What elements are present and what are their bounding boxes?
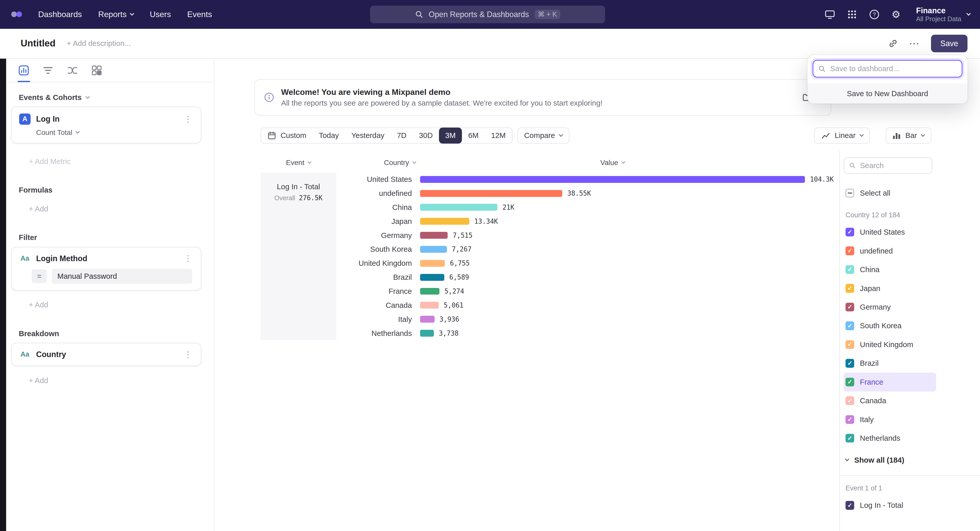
filter-card[interactable]: Aa Login Method ⋮ = Manual Password (11, 247, 201, 291)
column-header-value[interactable]: Value (420, 159, 805, 167)
bar-italy[interactable] (420, 316, 434, 323)
legend-item-italy[interactable]: ✓Italy (844, 410, 936, 429)
country-checkbox[interactable]: ✓ (845, 434, 854, 442)
legend-item-united-states[interactable]: ✓United States (844, 223, 936, 241)
breakdown-property-name[interactable]: Country (36, 350, 66, 359)
column-header-country[interactable]: Country (339, 159, 416, 167)
chart-type-button[interactable]: Bar (886, 127, 931, 144)
legend-item-south-korea[interactable]: ✓South Korea (844, 317, 936, 335)
kebab-menu-icon[interactable]: ⋮ (181, 350, 194, 359)
country-checkbox[interactable]: ✓ (845, 396, 854, 405)
bar-china[interactable] (420, 204, 498, 211)
breakdown-card[interactable]: Aa Country ⋮ (11, 343, 201, 366)
select-all-row[interactable]: Select all (845, 189, 980, 197)
more-options-icon[interactable]: ⋯ (909, 38, 920, 48)
tab-flows-icon[interactable] (66, 62, 79, 79)
legend-item-brazil[interactable]: ✓Brazil (844, 354, 936, 372)
add-breakdown-button[interactable]: + Add (29, 376, 214, 385)
legend-item-germany[interactable]: ✓Germany (844, 298, 936, 316)
tab-retention-icon[interactable] (91, 62, 103, 79)
bar-south-korea[interactable] (420, 246, 447, 253)
settings-gear-icon[interactable]: ⚙ (891, 10, 900, 19)
data-management-icon[interactable] (824, 10, 835, 19)
help-icon[interactable]: ? (869, 9, 880, 20)
legend-item-canada[interactable]: ✓Canada (844, 392, 936, 410)
country-checkbox[interactable]: ✓ (845, 265, 854, 274)
metric-event-name[interactable]: Log In (36, 114, 60, 124)
save-to-new-dashboard-item[interactable]: Save to New Dashboard (808, 84, 967, 103)
report-title[interactable]: Untitled (21, 38, 56, 49)
range-button-7d[interactable]: 7D (391, 127, 413, 144)
country-checkbox[interactable]: ✓ (845, 378, 854, 387)
filter-operator[interactable]: = (32, 269, 47, 283)
range-button-custom[interactable]: Custom (261, 127, 313, 144)
formulas-section-label: Formulas (19, 185, 52, 194)
nav-item-dashboards[interactable]: Dashboards (38, 10, 82, 19)
event-legend-checkbox[interactable]: ✓ (845, 501, 854, 510)
filter-property-name[interactable]: Login Method (36, 254, 88, 263)
country-checkbox[interactable]: ✓ (845, 284, 854, 293)
range-button-6m[interactable]: 6M (462, 127, 485, 144)
add-filter-button[interactable]: + Add (29, 300, 214, 309)
legend-item-log-in-total[interactable]: ✓ Log In - Total (844, 496, 936, 515)
bar-france[interactable] (420, 288, 439, 295)
legend-item-japan[interactable]: ✓Japan (844, 279, 936, 298)
legend-item-china[interactable]: ✓China (844, 260, 936, 279)
bar-germany[interactable] (420, 232, 448, 239)
add-metric-button[interactable]: + Add Metric (29, 157, 214, 166)
legend-item-france[interactable]: ✓France (844, 372, 936, 391)
select-all-checkbox[interactable] (845, 189, 854, 197)
nav-item-events[interactable]: Events (187, 10, 212, 19)
dashboard-search-input[interactable] (830, 64, 957, 73)
bar-value-label: 13.34K (474, 217, 498, 225)
mixpanel-logo[interactable] (11, 11, 22, 17)
range-button-today[interactable]: Today (313, 127, 345, 144)
bar-undefined[interactable] (420, 190, 563, 197)
bar-brazil[interactable] (420, 274, 444, 281)
show-all-button[interactable]: Show all (184) (845, 453, 980, 468)
bar-netherlands[interactable] (420, 330, 434, 337)
chart-row: Japan13.34K (215, 214, 839, 228)
save-button[interactable]: Save (931, 35, 967, 52)
copy-link-icon[interactable] (888, 39, 898, 48)
apps-grid-icon[interactable] (847, 10, 857, 19)
nav-item-users[interactable]: Users (150, 10, 171, 19)
bar-canada[interactable] (420, 302, 439, 309)
bar-japan[interactable] (420, 218, 469, 225)
legend-search[interactable] (844, 157, 932, 174)
scale-selector-button[interactable]: Linear (814, 127, 870, 144)
nav-item-reports[interactable]: Reports (98, 10, 134, 19)
dashboard-search[interactable] (813, 60, 963, 78)
legend-item-netherlands[interactable]: ✓Netherlands (844, 429, 936, 448)
country-checkbox[interactable]: ✓ (845, 340, 854, 349)
metric-card[interactable]: A Log In ⋮ Count Total (11, 106, 201, 143)
compare-button[interactable]: Compare (517, 127, 569, 144)
global-search-button[interactable]: Open Reports & Dashboards ⌘ + K (370, 6, 605, 23)
add-formula-button[interactable]: + Add (29, 204, 214, 213)
project-switcher[interactable]: Finance All Project Data (916, 6, 970, 23)
country-checkbox[interactable]: ✓ (845, 415, 854, 424)
bar-united-states[interactable] (420, 176, 805, 183)
country-checkbox[interactable]: ✓ (845, 359, 854, 368)
legend-item-united-kingdom[interactable]: ✓United Kingdom (844, 335, 936, 354)
bar-united-kingdom[interactable] (420, 260, 445, 267)
country-checkbox[interactable]: ✓ (845, 246, 854, 255)
range-button-12m[interactable]: 12M (485, 127, 512, 144)
range-button-yesterday[interactable]: Yesterday (345, 127, 391, 144)
tab-insights-icon[interactable] (18, 62, 30, 79)
kebab-menu-icon[interactable]: ⋮ (181, 254, 194, 263)
legend-search-input[interactable] (860, 161, 927, 170)
tab-funnels-icon[interactable] (42, 62, 54, 79)
range-button-3m[interactable]: 3M (439, 127, 462, 144)
aggregation-selector[interactable]: Count Total (36, 128, 195, 137)
events-section-header[interactable]: Events & Cohorts (19, 93, 201, 102)
country-checkbox[interactable]: ✓ (845, 303, 854, 311)
country-checkbox[interactable]: ✓ (845, 228, 854, 236)
add-description[interactable]: + Add description... (67, 39, 131, 48)
country-checkbox[interactable]: ✓ (845, 321, 854, 330)
column-header-event[interactable]: Event (261, 159, 336, 167)
legend-item-undefined[interactable]: ✓undefined (844, 241, 936, 260)
kebab-menu-icon[interactable]: ⋮ (181, 114, 194, 124)
filter-value-input[interactable]: Manual Password (52, 269, 192, 284)
range-button-30d[interactable]: 30D (413, 127, 439, 144)
